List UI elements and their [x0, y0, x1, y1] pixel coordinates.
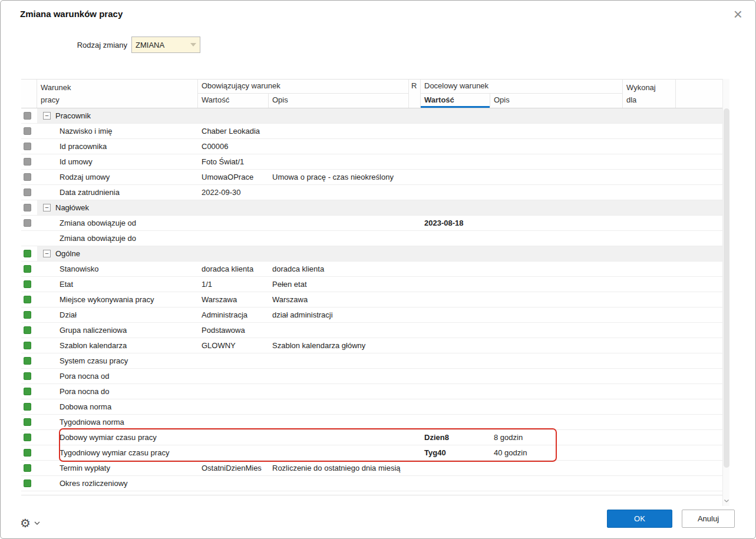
target-value[interactable]	[421, 185, 490, 200]
table-row[interactable]: Pora nocna do	[21, 384, 722, 399]
row-checkbox[interactable]	[24, 449, 31, 457]
ok-button[interactable]: OK	[607, 510, 672, 528]
filler-cell	[676, 369, 722, 383]
row-checkbox[interactable]	[24, 403, 31, 411]
row-checkbox[interactable]	[24, 219, 31, 227]
table-row[interactable]: Dobowy wymiar czasu pracyDzien88 godzin	[21, 430, 722, 445]
row-checkbox[interactable]	[24, 143, 31, 150]
target-value[interactable]	[421, 353, 490, 368]
table-row[interactable]: Data zatrudnienia2022-09-30	[21, 185, 722, 200]
row-checkbox[interactable]	[24, 280, 31, 288]
target-value[interactable]: Dzien8	[421, 430, 490, 445]
row-checkbox[interactable]	[24, 388, 31, 395]
header-target-desc[interactable]: Opis	[490, 94, 623, 108]
row-checkbox[interactable]	[24, 173, 31, 181]
target-value[interactable]	[421, 139, 490, 154]
target-value[interactable]	[421, 307, 490, 322]
row-checkbox[interactable]	[24, 372, 31, 380]
current-value: OstatniDzienMies	[198, 461, 269, 475]
row-checkbox[interactable]	[24, 311, 31, 319]
filler-cell	[676, 353, 722, 368]
group-checkbox[interactable]	[24, 112, 31, 120]
target-value[interactable]: 2023-08-18	[421, 216, 490, 230]
table-row[interactable]: Termin wypłatyOstatniDzienMiesRozliczeni…	[21, 461, 722, 476]
header-target-group: Docelowy warunek	[421, 80, 623, 94]
row-checkbox[interactable]	[24, 326, 31, 334]
target-value[interactable]	[421, 277, 490, 292]
row-checkbox[interactable]	[24, 189, 31, 196]
row-checkbox[interactable]	[24, 480, 31, 487]
current-value: GLOWNY	[198, 338, 269, 353]
row-checkbox[interactable]	[24, 342, 31, 349]
row-checkbox[interactable]	[24, 265, 31, 273]
table-row[interactable]: Pora nocna od	[21, 369, 722, 384]
target-value[interactable]	[421, 262, 490, 276]
table-row[interactable]: Okres rozliczeniowy	[21, 476, 722, 491]
close-icon[interactable]: ×	[730, 5, 746, 23]
target-value[interactable]	[421, 170, 490, 184]
table-row[interactable]: Id umowyFoto Świat/1	[21, 154, 722, 170]
filler-cell	[676, 338, 722, 353]
table-row[interactable]: DziałAdministracjadział administracji	[21, 307, 722, 323]
dialog-title: Zmiana warunków pracy	[20, 9, 123, 19]
row-checkbox[interactable]	[24, 158, 31, 166]
table-row[interactable]: Grupa naliczeniowaPodstawowa	[21, 323, 722, 338]
target-value[interactable]	[421, 415, 490, 429]
row-checkbox[interactable]	[24, 434, 31, 441]
current-desc: Szablon kalendarza główny	[269, 338, 409, 353]
target-value[interactable]: Tyg40	[421, 445, 490, 460]
header-current-value[interactable]: Wartość	[198, 94, 269, 108]
table-row[interactable]: Tygodniowa norma	[21, 415, 722, 430]
condition-name: Zmiana obowiązuje od	[37, 216, 198, 230]
table-row[interactable]: Tygodniowy wymiar czasu pracyTyg4040 god…	[21, 445, 722, 461]
target-value[interactable]	[421, 323, 490, 338]
table-row[interactable]: Miejsce wykonywania pracyWarszawaWarszaw…	[21, 292, 722, 307]
collapse-icon[interactable]: −	[43, 112, 51, 120]
header-target-value[interactable]: Wartość	[421, 94, 490, 108]
target-value[interactable]	[421, 461, 490, 475]
table-row[interactable]: Etat1/1Pełen etat	[21, 277, 722, 292]
cancel-button[interactable]: Anuluj	[682, 510, 735, 528]
row-checkbox[interactable]	[24, 357, 31, 365]
table-group-row[interactable]: −Ogólne	[21, 246, 722, 262]
collapse-icon[interactable]: −	[43, 204, 51, 211]
r-cell	[409, 430, 421, 445]
row-checkbox-cell	[21, 185, 37, 200]
target-value[interactable]	[421, 292, 490, 307]
target-value[interactable]	[421, 369, 490, 383]
settings-menu-button[interactable]: ⚙	[20, 517, 40, 529]
target-value[interactable]	[421, 384, 490, 399]
target-value[interactable]	[421, 154, 490, 169]
gear-icon[interactable]: ⚙	[20, 517, 31, 529]
row-checkbox[interactable]	[24, 418, 31, 426]
target-value[interactable]	[421, 399, 490, 414]
scrollbar-down-arrow-icon[interactable]	[724, 498, 729, 504]
collapse-icon[interactable]: −	[43, 250, 51, 257]
table-row[interactable]: Zmiana obowiązuje do	[21, 231, 722, 246]
table-row[interactable]: Szablon kalendarzaGLOWNYSzablon kalendar…	[21, 338, 722, 353]
target-desc	[490, 384, 623, 399]
change-type-select[interactable]: ZMIANA	[131, 37, 200, 53]
row-checkbox[interactable]	[24, 127, 31, 135]
target-value[interactable]	[421, 231, 490, 246]
table-row[interactable]: Rodzaj umowyUmowaOPraceUmowa o pracę - c…	[21, 170, 722, 185]
group-checkbox[interactable]	[24, 250, 31, 257]
table-row[interactable]: Stanowiskodoradca klientadoradca klienta	[21, 262, 722, 277]
vertical-scrollbar[interactable]	[722, 79, 729, 506]
table-row[interactable]: Zmiana obowiązuje od2023-08-18	[21, 216, 722, 231]
table-row[interactable]: Nazwisko i imięChaber Leokadia	[21, 124, 722, 139]
table-row[interactable]: Id pracownikaC00006	[21, 139, 722, 154]
table-row[interactable]: System czasu pracy	[21, 353, 722, 369]
target-value[interactable]	[421, 124, 490, 138]
table-group-row[interactable]: −Nagłówek	[21, 200, 722, 216]
header-current-desc[interactable]: Opis	[269, 94, 409, 108]
condition-name: Dział	[37, 307, 198, 322]
table-group-row[interactable]: −Pracownik	[21, 108, 722, 124]
target-value[interactable]	[421, 476, 490, 491]
row-checkbox[interactable]	[24, 464, 31, 472]
group-checkbox[interactable]	[24, 204, 31, 211]
row-checkbox[interactable]	[24, 296, 31, 303]
scrollbar-thumb[interactable]	[724, 108, 729, 468]
table-row[interactable]: Dobowa norma	[21, 399, 722, 415]
target-value[interactable]	[421, 338, 490, 353]
